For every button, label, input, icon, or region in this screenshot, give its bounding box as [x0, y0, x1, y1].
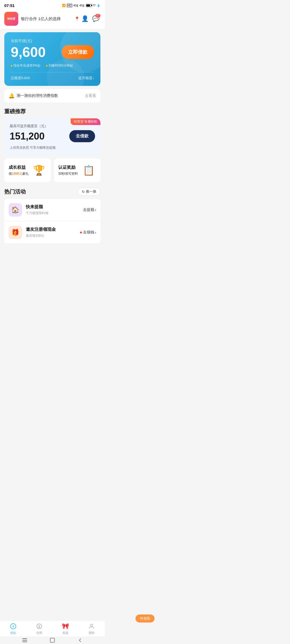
featured-loan-button[interactable]: 去借款 [69, 130, 95, 142]
featured-amount: 151,200 [10, 131, 45, 142]
activity-item-0[interactable]: 🏠 快来提额 千万额度限时领 去提额 › [4, 199, 100, 221]
loan-amount: 9,600 [11, 45, 46, 59]
dot-icon [11, 65, 12, 67]
loan-info-rate: 综合年化成本9%起 [11, 63, 41, 68]
banner-text: 测一测你的理性消费指数 [17, 93, 58, 98]
logo-text: 拍拍贷 [7, 17, 15, 21]
activity-action-1[interactable]: 去领钱 › [80, 230, 96, 235]
notification-badge: 87 [95, 14, 100, 17]
mini-card-growth-desc: 领1988元豪礼 [9, 171, 29, 176]
battery-level: 77 [92, 4, 96, 7]
activity-action-0[interactable]: 去提额 › [83, 207, 96, 212]
featured-card: 经营贷·专属特权 最高可提升额度至（元） 151,200 去借款 上传营业执照 … [4, 118, 100, 155]
loan-label: 当前可借(元) [11, 39, 94, 43]
featured-tag: 经营贷·专属特权 [71, 118, 100, 125]
signal-4g2-icon: 4G‖ [79, 4, 84, 7]
recommend-section-title: 重磅推荐 [0, 106, 105, 118]
chevron-right-icon: › [95, 208, 96, 212]
activity-item-1[interactable]: 🎁 邀友注册领现金 最高领338元 去领钱 › [4, 221, 100, 243]
hot-title: 热门活动 [4, 188, 26, 195]
mini-cards: 成长权益 领1988元豪礼 🏆 认证奖励 30秒填写资料 📋 [4, 159, 100, 182]
refresh-icon: ↻ [82, 190, 85, 194]
red-dot-icon [80, 232, 82, 233]
status-bar: 07:51 📶 HD 4G‖ 4G‖ 77 💧 [0, 0, 105, 10]
activity-title-0: 快来提额 [26, 204, 79, 210]
wifi-icon: 📶 [62, 4, 66, 7]
growth-icon: 🏆 [31, 163, 46, 178]
activity-icon-0: 🏠 [9, 203, 22, 217]
activity-desc-0: 千万额度限时领 [26, 211, 79, 215]
activity-desc-1: 最高领338元 [26, 233, 76, 238]
hot-activities-header: 热门活动 ↻ 换一换 [0, 185, 105, 199]
banner-strip[interactable]: 🔔 测一测你的理性消费指数 去看看 [4, 89, 100, 103]
banner-left: 🔔 测一测你的理性消费指数 [9, 93, 58, 99]
hd-icon: HD [67, 4, 72, 7]
app-header: 拍拍贷 银行合作 1亿人的选择 📍 👤 💬 87 [0, 10, 105, 29]
dot-icon-2 [46, 65, 48, 67]
instant-loan-button[interactable]: 立即借款 [62, 45, 94, 59]
battery-icon [86, 4, 91, 7]
loan-total: 总额度9,600 [11, 76, 30, 80]
loan-info-time: 到账时间5分钟起 [46, 63, 73, 68]
featured-desc: 上传营业执照 可享大幅降息提额 [10, 145, 95, 150]
activity-icon-1: 🎁 [9, 226, 22, 239]
banner-action[interactable]: 去看看 [85, 93, 96, 98]
mini-card-cert-title: 认证奖励 [58, 165, 78, 170]
location-icon: 📍 [74, 16, 80, 21]
header-actions: 📍 👤 💬 87 [74, 14, 100, 24]
status-icons: 📶 HD 4G‖ 4G‖ 77 💧 [62, 4, 100, 7]
mini-card-cert[interactable]: 认证奖励 30秒填写资料 📋 [54, 159, 100, 182]
mini-card-growth[interactable]: 成长权益 领1988元豪礼 🏆 [4, 159, 51, 182]
mini-card-growth-title: 成长权益 [9, 165, 29, 170]
chevron-right-icon-2: › [95, 230, 96, 235]
loan-divider [11, 72, 94, 72]
status-time: 07:51 [4, 3, 15, 8]
notification-button[interactable]: 💬 87 [91, 14, 100, 24]
upgrade-limit-button[interactable]: 提升额度 › [78, 76, 94, 80]
cert-icon: 📋 [81, 163, 96, 178]
header-subtitle: 银行合作 1亿人的选择 [21, 16, 61, 21]
mini-card-cert-desc: 30秒填写资料 [58, 171, 78, 176]
bell-icon: 🔔 [9, 93, 15, 99]
avatar-icon[interactable]: 👤 [81, 15, 89, 22]
activity-title-1: 邀友注册领现金 [26, 227, 76, 232]
water-drop-icon: 💧 [97, 4, 100, 7]
signal-4g-icon: 4G‖ [73, 4, 78, 7]
loan-card: 当前可借(元) 9,600 立即借款 综合年化成本9%起 到账时间5分钟起 总额… [4, 32, 100, 86]
app-logo: 拍拍贷 [4, 12, 18, 26]
refresh-button[interactable]: ↻ 换一换 [78, 188, 100, 196]
